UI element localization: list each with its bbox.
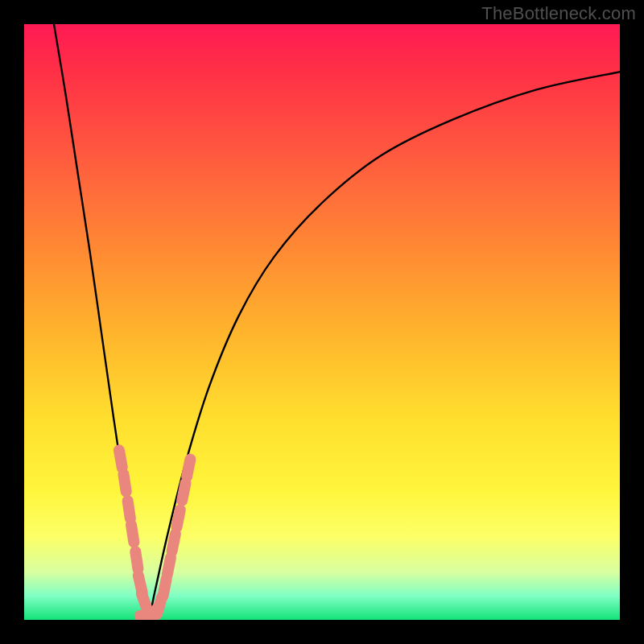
bottleneck-curve — [54, 24, 620, 620]
highlight-marker — [119, 450, 122, 468]
plot-area — [24, 24, 620, 620]
highlight-marker — [163, 579, 166, 597]
curve-layer — [24, 24, 620, 620]
highlight-marker — [128, 501, 130, 518]
bottleneck-curve-path — [54, 24, 620, 620]
highlight-marker — [131, 525, 134, 543]
highlight-marker — [177, 510, 180, 527]
highlight-marker — [172, 534, 175, 551]
highlight-marker — [123, 474, 126, 492]
watermark-text: TheBottleneck.com — [481, 3, 636, 24]
highlight-marker — [135, 551, 138, 569]
highlight-marker — [167, 558, 171, 576]
highlight-marker — [182, 483, 185, 501]
chart-frame: TheBottleneck.com — [0, 0, 644, 644]
highlight-marker — [187, 460, 190, 477]
highlight-marker — [142, 593, 147, 610]
